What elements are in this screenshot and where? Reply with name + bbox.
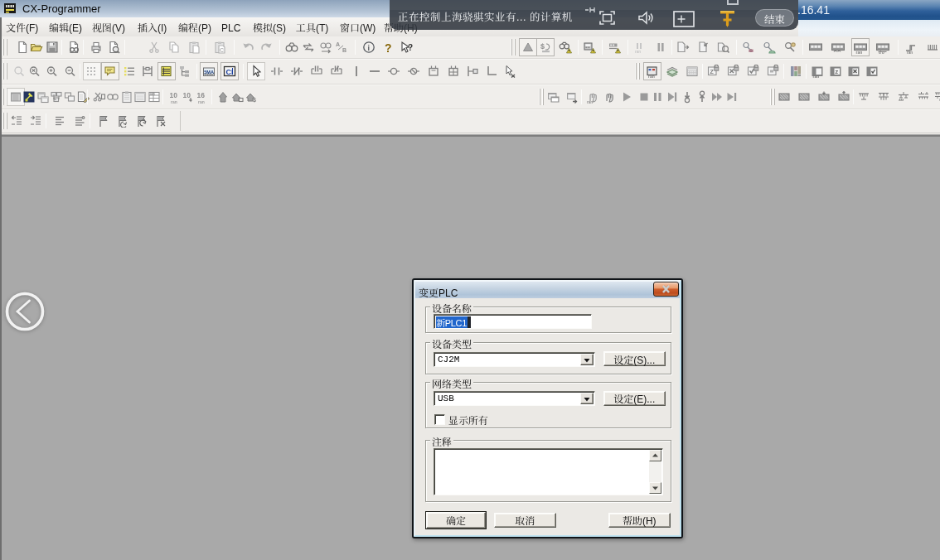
svg-text:C: C: [220, 47, 224, 53]
svg-text:10: 10: [183, 91, 191, 99]
svg-text:A: A: [336, 41, 340, 47]
svg-text:ran: ran: [635, 50, 641, 54]
svg-text:?: ?: [408, 43, 413, 52]
svg-text:$: $: [253, 97, 256, 104]
svg-text:Z: Z: [836, 70, 839, 75]
svg-text:?: ?: [385, 41, 392, 55]
svg-text:ran: ran: [171, 99, 177, 104]
svg-text:ran: ran: [648, 74, 655, 79]
svg-text:ran: ran: [856, 50, 863, 55]
svg-text:10: 10: [170, 91, 178, 99]
svg-text:B: B: [342, 47, 346, 53]
svg-text:16: 16: [197, 91, 206, 99]
svg-text:ran: ran: [907, 51, 913, 54]
svg-text:001: 001: [150, 93, 155, 96]
svg-text:i: i: [368, 44, 371, 52]
svg-text:5MA: 5MA: [204, 70, 214, 75]
svg-text:ran: ran: [587, 100, 593, 104]
svg-text:ran: ran: [198, 99, 205, 104]
svg-text:ran: ran: [813, 74, 820, 79]
svg-text:d p: d p: [879, 51, 884, 54]
svg-text:$: $: [540, 42, 545, 51]
svg-text:Z: Z: [710, 69, 715, 75]
